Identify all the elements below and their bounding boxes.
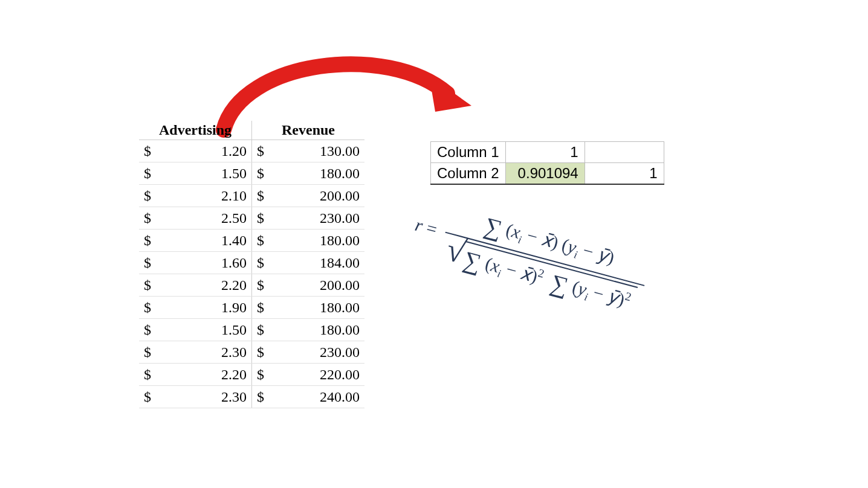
cell-advertising: $1.50: [139, 162, 252, 185]
cell-revenue: $180.00: [252, 319, 365, 341]
corr-row2-label: Column 2: [431, 163, 506, 185]
cell-advertising: $2.20: [139, 274, 252, 297]
cell-revenue: $180.00: [252, 230, 365, 252]
table-row: $2.20$200.00: [139, 274, 364, 297]
cell-advertising: $1.20: [139, 140, 252, 162]
table-row: $2.30$240.00: [139, 386, 364, 408]
correlation-formula: r = ∑ (xi − x̄) (yi − ȳ) √ ∑ (xi − x̄)2 …: [406, 194, 652, 319]
cell-advertising: $2.30: [139, 386, 252, 408]
cell-advertising: $2.10: [139, 185, 252, 207]
corr-row-2: Column 2 0.901094 1: [431, 163, 664, 185]
cell-revenue: $130.00: [252, 140, 365, 162]
cell-advertising: $2.20: [139, 364, 252, 386]
cell-revenue: $230.00: [252, 341, 365, 364]
cell-advertising: $2.50: [139, 207, 252, 230]
cell-advertising: $1.90: [139, 297, 252, 319]
data-header-revenue: Revenue: [252, 121, 365, 140]
data-header-advertising: Advertising: [139, 121, 252, 140]
table-row: $1.20$130.00: [139, 140, 364, 162]
correlation-table: Column 1 1 Column 2 0.901094 1: [430, 141, 664, 185]
table-row: $1.60$184.00: [139, 252, 364, 274]
cell-revenue: $200.00: [252, 185, 365, 207]
table-row: $2.10$200.00: [139, 185, 364, 207]
corr-row1-v1: 1: [505, 142, 585, 163]
table-row: $1.90$180.00: [139, 297, 364, 319]
data-table: Advertising Revenue $1.20$130.00$1.50$18…: [139, 121, 364, 408]
svg-marker-0: [429, 75, 471, 112]
cell-advertising: $2.30: [139, 341, 252, 364]
table-row: $2.50$230.00: [139, 207, 364, 230]
cell-revenue: $180.00: [252, 297, 365, 319]
data-table-body: $1.20$130.00$1.50$180.00$2.10$200.00$2.5…: [139, 140, 364, 408]
cell-revenue: $230.00: [252, 207, 365, 230]
cell-advertising: $1.60: [139, 252, 252, 274]
table-row: $2.30$230.00: [139, 341, 364, 364]
page-stage: Advertising Revenue $1.20$130.00$1.50$18…: [0, 0, 868, 488]
table-row: $1.50$180.00: [139, 162, 364, 185]
cell-revenue: $180.00: [252, 162, 365, 185]
corr-row2-v1: 0.901094: [505, 163, 585, 185]
cell-advertising: $1.40: [139, 230, 252, 252]
corr-row1-label: Column 1: [431, 142, 506, 163]
corr-row-1: Column 1 1: [431, 142, 664, 163]
cell-revenue: $220.00: [252, 364, 365, 386]
cell-revenue: $240.00: [252, 386, 365, 408]
table-row: $1.40$180.00: [139, 230, 364, 252]
corr-row1-v2: [585, 142, 664, 163]
table-row: $2.20$220.00: [139, 364, 364, 386]
table-row: $1.50$180.00: [139, 319, 364, 341]
corr-row2-v2: 1: [585, 163, 664, 185]
cell-advertising: $1.50: [139, 319, 252, 341]
cell-revenue: $200.00: [252, 274, 365, 297]
cell-revenue: $184.00: [252, 252, 365, 274]
